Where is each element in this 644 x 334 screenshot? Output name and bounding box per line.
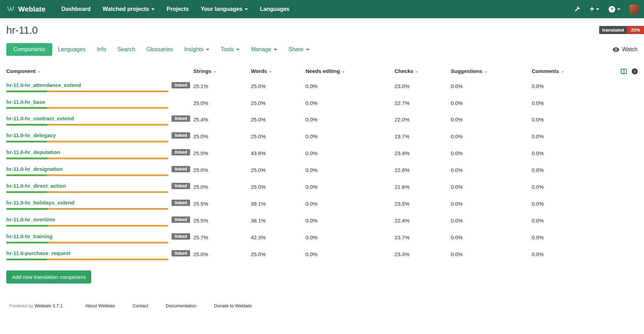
words-value: 25.0%: [251, 79, 306, 95]
table-info-icon[interactable]: i: [632, 68, 638, 74]
footer-link-contact[interactable]: Contact: [133, 303, 148, 308]
watch-button[interactable]: Watch: [612, 46, 638, 53]
comments-value: 0.0%: [532, 196, 613, 213]
tab-share-label: Share: [288, 46, 303, 53]
progress-translated-segment: [6, 91, 47, 92]
checks-value: 23.4%: [395, 146, 451, 162]
customize-columns-icon[interactable]: [621, 69, 627, 74]
footer-link-documentation[interactable]: Documentation: [166, 303, 196, 308]
checks-value: 21.6%: [395, 179, 451, 196]
linked-badge: linked: [172, 200, 190, 206]
comments-value: 0.0%: [532, 179, 613, 196]
brand-logo[interactable]: Weblate: [7, 5, 46, 13]
component-link[interactable]: hr-11.0-hr_deputation: [6, 149, 60, 155]
add-menu-button[interactable]: +: [590, 5, 599, 13]
needs-editing-value: 0.0%: [306, 230, 395, 247]
strings-value: 25.0%: [193, 162, 251, 179]
component-link[interactable]: hr-11.0-hr_attendance_extend: [6, 82, 81, 88]
column-header-comments[interactable]: Comments: [532, 65, 613, 79]
linked-badge: linked: [172, 250, 190, 256]
column-label: Words: [251, 68, 267, 74]
tools-wrench-icon[interactable]: [575, 6, 581, 12]
column-header-strings[interactable]: Strings: [193, 65, 251, 79]
tab-tools[interactable]: Tools: [215, 43, 245, 56]
nav-your-languages[interactable]: Your languages: [195, 0, 254, 18]
avatar[interactable]: [630, 5, 639, 14]
progress-translated-segment: [6, 124, 47, 126]
component-link[interactable]: hr-11.0-hr_holidays_extend: [6, 200, 74, 206]
component-row: hr-11.0-hr_overtime linked 25.5% 38.1% 0…: [6, 213, 638, 230]
tab-glossaries[interactable]: Glossaries: [141, 43, 179, 56]
checks-value: 22.0%: [395, 112, 451, 129]
component-link[interactable]: hr-11.0-hr_direct_action: [6, 183, 66, 189]
chevron-down-icon: [596, 8, 599, 10]
column-header-words[interactable]: Words: [251, 65, 306, 79]
translation-progress-bar[interactable]: [6, 124, 168, 126]
translation-progress-bar[interactable]: [6, 242, 168, 243]
strings-value: 25.1%: [193, 79, 251, 95]
tab-search[interactable]: Search: [112, 43, 141, 56]
component-link[interactable]: hr-11.0-hr_base: [6, 99, 45, 105]
suggestions-value: 0.0%: [451, 95, 532, 112]
column-header-needs-editing[interactable]: Needs editing: [306, 65, 395, 79]
translation-progress-bar[interactable]: [6, 107, 168, 109]
help-menu-button[interactable]: ?: [609, 6, 620, 13]
sort-caret-icon: [214, 71, 216, 73]
translation-progress-bar[interactable]: [6, 158, 168, 159]
translation-progress-bar[interactable]: [6, 208, 168, 210]
tab-insights-label: Insights: [184, 46, 203, 53]
tab-manage[interactable]: Manage: [245, 43, 283, 56]
column-header-checks[interactable]: Checks: [395, 65, 451, 79]
suggestions-value: 0.0%: [451, 146, 532, 162]
navbar: Weblate Dashboard Watched projects Proje…: [0, 0, 644, 18]
needs-editing-value: 0.0%: [306, 112, 395, 129]
nav-projects[interactable]: Projects: [161, 0, 195, 18]
weblate-version-link[interactable]: Weblate 3.7.1: [35, 303, 63, 308]
needs-editing-value: 0.0%: [306, 162, 395, 179]
progress-translated-segment: [6, 158, 48, 159]
tab-manage-label: Manage: [251, 46, 271, 53]
nav-watched-projects[interactable]: Watched projects: [96, 0, 161, 18]
column-label: Strings: [193, 68, 212, 74]
column-header-suggestions[interactable]: Suggestions: [451, 65, 532, 79]
add-translation-component-button[interactable]: Add new translation component: [6, 270, 91, 283]
component-link[interactable]: hr-11.0-hr_delegacy: [6, 132, 56, 138]
footer-link-about[interactable]: About Weblate: [85, 303, 115, 308]
tab-share[interactable]: Share: [283, 43, 315, 56]
translation-progress-bar[interactable]: [6, 225, 168, 227]
strings-value: 25.0%: [193, 95, 251, 112]
component-link[interactable]: hr-11.0-hr_designation: [6, 166, 63, 172]
needs-editing-value: 0.0%: [306, 95, 395, 112]
component-link[interactable]: hr-11.0-purchase_request: [6, 250, 71, 256]
footer-link-donate[interactable]: Donate to Weblate: [214, 303, 251, 308]
needs-editing-value: 0.0%: [306, 129, 395, 146]
sort-caret-icon: [342, 71, 345, 73]
tab-search-label: Search: [118, 46, 135, 53]
progress-translated-segment: [6, 242, 48, 243]
translated-badge-label: translated: [599, 26, 627, 34]
progress-remaining-segment: [47, 141, 169, 142]
component-link[interactable]: hr-11.0-hr_overtime: [6, 216, 55, 222]
row-spacer-cell: [613, 129, 638, 146]
translation-progress-bar[interactable]: [6, 174, 168, 176]
progress-remaining-segment: [48, 225, 168, 227]
column-header-component[interactable]: Component: [6, 65, 193, 79]
linked-badge: linked: [172, 132, 190, 139]
nav-dashboard[interactable]: Dashboard: [55, 0, 97, 18]
sort-caret-icon: [269, 71, 272, 73]
translation-progress-bar[interactable]: [6, 259, 168, 260]
nav-languages[interactable]: Languages: [254, 0, 295, 18]
translation-progress-bar[interactable]: [6, 191, 168, 193]
component-row: hr-11.0-hr_deputation linked 25.5% 43.8%…: [6, 146, 638, 162]
sort-caret-icon: [415, 71, 418, 73]
component-link[interactable]: hr-11.0-hr_contract_extend: [6, 115, 74, 121]
row-spacer-cell: [613, 112, 638, 129]
tab-languages[interactable]: Languages: [52, 43, 91, 56]
translation-progress-bar[interactable]: [6, 91, 168, 92]
component-link[interactable]: hr-11.0-hr_training: [6, 233, 53, 239]
tab-insights[interactable]: Insights: [179, 43, 215, 56]
tab-components[interactable]: Components: [6, 43, 52, 56]
translation-progress-bar[interactable]: [6, 141, 168, 142]
linked-badge: linked: [172, 149, 190, 155]
tab-info[interactable]: Info: [91, 43, 112, 56]
